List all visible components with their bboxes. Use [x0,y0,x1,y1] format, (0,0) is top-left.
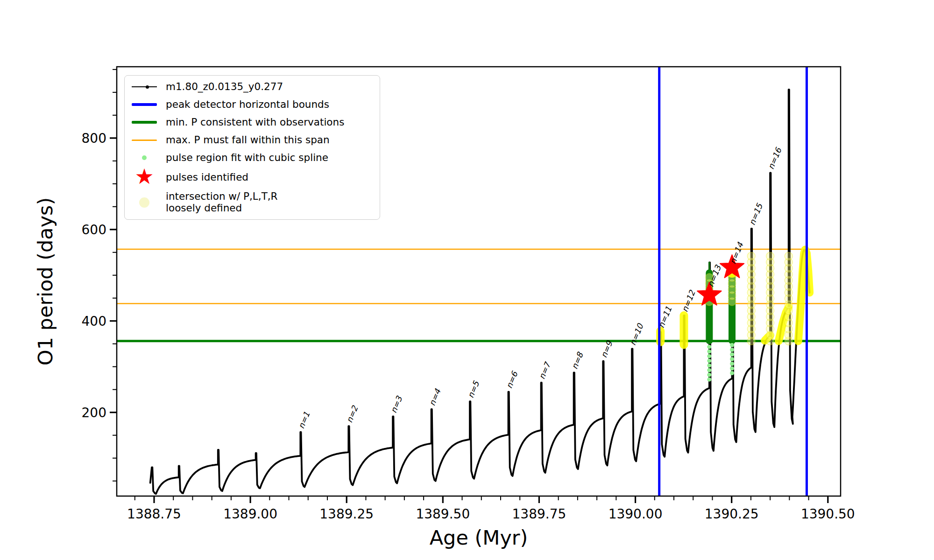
legend-item-track: m1.80_z0.0135_y0.277 [130,80,373,93]
lightgreen-dot [707,368,711,372]
track-line-icon [130,86,158,87]
x-tick-label: 1389.50 [416,506,470,522]
lightgreen-dot [707,359,711,363]
legend-item-min-p: min. P consistent with observations [130,116,373,129]
legend-item-intersection: intersection w/ P,L,T,Rloosely defined [130,191,373,214]
pale-yellow-ring [747,252,755,260]
pulse-label-n3: n=3 [389,394,404,414]
legend-label: min. P consistent with observations [166,117,344,128]
pulse-label-n7: n=7 [537,360,552,380]
x-tick-label: 1390.00 [609,506,663,522]
legend-item-peak-bounds: peak detector horizontal bounds [130,98,373,111]
lightgreen-dot [730,348,734,352]
pulse-label-n4: n=4 [427,387,443,407]
y-tick-label: 800 [82,131,106,146]
lightgreen-dot [707,378,711,382]
legend-item-max-p: max. P must fall within this span [130,133,373,147]
pulse-label-n16: n=16 [766,146,784,171]
lightgreen-dot [730,371,734,375]
yellow-intersection-path [798,250,809,341]
pulse-label-n15: n=15 [747,202,764,227]
pale-yellow-ring [766,252,774,260]
legend-item-pulses: ★pulses identified [130,169,373,186]
peak-bounds-line-icon [130,103,158,106]
pulse-label-n12: n=12 [680,288,697,314]
x-tick-label: 1389.00 [223,506,277,522]
pulse-label-n8: n=8 [570,350,585,371]
max-p-line-icon [130,140,158,141]
lightgreen-dot [730,343,734,347]
x-tick-label: 1389.25 [319,506,374,522]
y-axis-label: O1 period (days) [34,197,57,366]
lightgreen-dot [707,373,711,377]
legend-label: pulse region fit with cubic spline [166,152,328,164]
pulse-label-n10: n=10 [628,322,645,347]
pale-yellow-ring [785,252,792,260]
pulses-star-icon: ★ [130,169,158,186]
lightgreen-dot [730,366,734,371]
lightgreen-dot [730,357,734,361]
pulse-label-n1: n=1 [297,411,311,430]
pulse-label-n6: n=6 [504,370,520,390]
min-p-line-icon [130,121,158,124]
lightgreen-dot [707,354,711,358]
pulse-label-n2: n=2 [345,404,360,424]
y-tick-label: 400 [82,314,106,329]
pulse-label-n14: n=14 [728,241,745,266]
pulse-region-dot-icon [130,155,158,160]
legend-label: pulses identified [166,172,248,183]
legend-item-pulse-region: pulse region fit with cubic spline [130,151,373,164]
x-tick-label: 1390.25 [705,506,759,522]
x-tick-label: 1389.75 [512,506,566,522]
legend-label: peak detector horizontal bounds [166,99,329,111]
intersection-dot-icon [130,197,158,208]
lightgreen-dot [707,364,711,368]
legend-label: intersection w/ P,L,T,Rloosely defined [166,191,278,214]
lightgreen-dot [730,352,734,357]
legend-label: m1.80_z0.0135_y0.277 [166,81,283,93]
y-tick-label: 600 [82,222,106,238]
lightgreen-dot [707,345,711,349]
legend: m1.80_z0.0135_y0.277peak detector horizo… [124,75,380,220]
lightgreen-dot [707,350,711,354]
figure: 1388.751389.001389.251389.501389.751390.… [0,0,934,560]
x-tick-label: 1388.75 [127,506,181,522]
lightgreen-dot [730,362,734,366]
legend-label: max. P must fall within this span [166,134,330,146]
pulse-label-n5: n=5 [466,379,481,399]
x-tick-label: 1390.50 [801,506,855,522]
y-tick-label: 200 [82,405,106,420]
x-axis-label: Age (Myr) [430,526,528,549]
